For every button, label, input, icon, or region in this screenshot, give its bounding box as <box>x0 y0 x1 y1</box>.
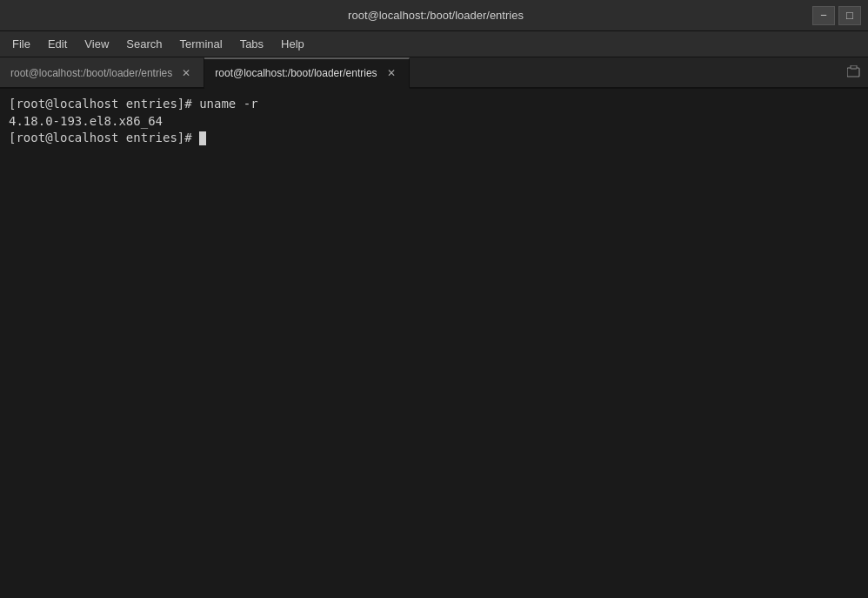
tab-2[interactable]: root@localhost:/boot/loader/entries ✕ <box>204 57 409 89</box>
menu-terminal[interactable]: Terminal <box>171 34 231 54</box>
new-tab-button[interactable] <box>840 57 868 87</box>
svg-rect-1 <box>851 65 857 69</box>
tab-bar: root@localhost:/boot/loader/entries ✕ ro… <box>0 57 868 89</box>
tab-1-label: root@localhost:/boot/loader/entries <box>10 67 172 79</box>
menu-help[interactable]: Help <box>272 34 313 54</box>
tab-1-close[interactable]: ✕ <box>179 66 193 80</box>
tab-2-close[interactable]: ✕ <box>384 66 398 80</box>
terminal-cursor <box>199 131 206 145</box>
terminal-body[interactable]: [root@localhost entries]# uname -r 4.18.… <box>0 89 868 598</box>
menu-tabs[interactable]: Tabs <box>231 34 272 54</box>
title-bar: root@localhost:/boot/loader/entries − □ <box>0 0 868 31</box>
terminal-line-3: [root@localhost entries]# <box>9 130 859 147</box>
menu-file[interactable]: File <box>3 34 39 54</box>
tab-2-label: root@localhost:/boot/loader/entries <box>215 67 377 79</box>
window-title: root@localhost:/boot/loader/entries <box>59 9 812 22</box>
menu-edit[interactable]: Edit <box>39 34 76 54</box>
tab-1[interactable]: root@localhost:/boot/loader/entries ✕ <box>0 57 204 87</box>
menu-bar: File Edit View Search Terminal Tabs Help <box>0 31 868 57</box>
terminal-prompt: [root@localhost entries]# <box>9 131 199 144</box>
minimize-button[interactable]: − <box>812 6 835 25</box>
window-controls: − □ <box>812 6 861 25</box>
maximize-button[interactable]: □ <box>838 6 861 25</box>
terminal-line-1: [root@localhost entries]# uname -r <box>9 96 859 113</box>
menu-search[interactable]: Search <box>117 34 170 54</box>
terminal-line-2: 4.18.0-193.el8.x86_64 <box>9 113 859 131</box>
menu-view[interactable]: View <box>76 34 117 54</box>
